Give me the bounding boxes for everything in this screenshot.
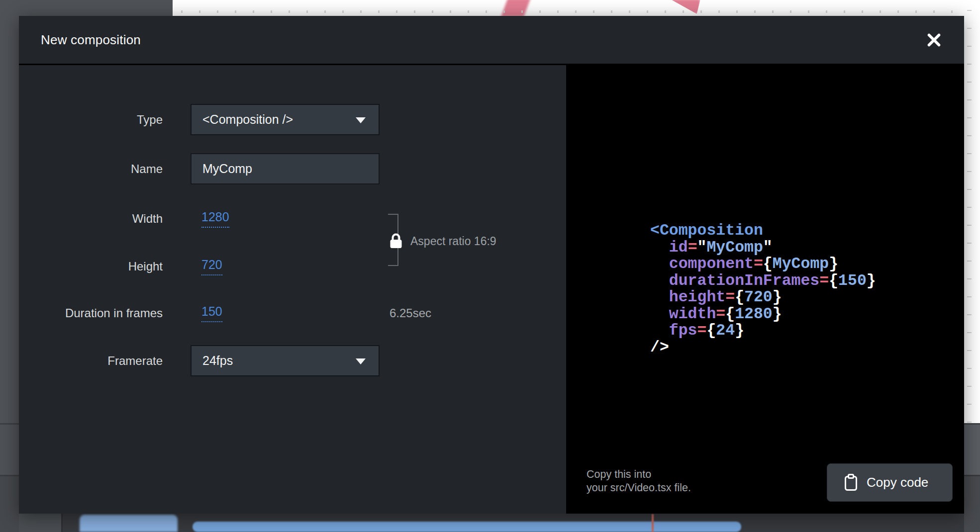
code-preview-panel: <Composition id="MyComp" component={MyCo… <box>566 65 964 514</box>
copy-code-button-label: Copy code <box>867 475 928 490</box>
duration-row: Duration in frames 150 <box>19 298 407 328</box>
width-label: Width <box>19 212 163 226</box>
framerate-select[interactable]: 24fps <box>191 345 380 376</box>
code-line: durationInFrames={150} <box>650 272 876 289</box>
timeline-track-blur <box>193 522 741 532</box>
type-row: Type <Composition /> <box>19 104 407 135</box>
timeline-header-blur <box>19 514 63 532</box>
height-label: Height <box>19 260 163 273</box>
copy-hint-text: Copy this into your src/Video.tsx file. <box>587 468 691 495</box>
dialog-titlebar: New composition <box>19 16 964 65</box>
dialog-title: New composition <box>41 32 141 48</box>
code-line: <Composition <box>650 222 876 239</box>
height-row: Height 720 <box>19 252 407 281</box>
framerate-label: Framerate <box>19 354 163 368</box>
render-button-blur <box>80 515 178 532</box>
aspect-ratio-label: Aspect ratio 16:9 <box>410 235 496 248</box>
name-label: Name <box>19 162 163 176</box>
code-line: component={MyComp} <box>650 256 876 272</box>
close-button[interactable] <box>925 31 942 48</box>
code-line: /> <box>650 339 876 356</box>
new-composition-dialog: New composition Type <Composition /> <box>19 16 964 514</box>
close-icon <box>927 33 941 47</box>
framerate-select-value: 24fps <box>202 354 233 368</box>
clipboard-icon <box>844 474 858 491</box>
copy-code-button[interactable]: Copy code <box>827 463 953 502</box>
duration-value-link[interactable]: 150 <box>201 304 222 322</box>
dialog-body: Type <Composition /> Name Width 1280 <box>19 65 964 514</box>
duration-seconds-label: 6.25sec <box>390 306 431 320</box>
width-row: Width 1280 <box>19 204 407 234</box>
width-value-link[interactable]: 1280 <box>201 210 229 228</box>
duration-label: Duration in frames <box>19 306 163 320</box>
playhead-line-blur <box>652 514 654 532</box>
name-row: Name <box>19 153 407 184</box>
code-line: width={1280} <box>650 306 876 323</box>
code-line: fps={24} <box>650 322 876 339</box>
name-input[interactable] <box>191 153 380 184</box>
composition-form-panel: Type <Composition /> Name Width 1280 <box>19 65 566 514</box>
type-label: Type <box>19 113 163 127</box>
type-select-value: <Composition /> <box>202 112 293 127</box>
code-line: height={720} <box>650 289 876 306</box>
vertical-ruler-ticks <box>967 10 972 423</box>
framerate-row: Framerate 24fps <box>19 345 407 376</box>
code-line: id="MyComp" <box>650 239 876 256</box>
chevron-down-icon <box>356 117 366 123</box>
height-value-link[interactable]: 720 <box>201 258 222 275</box>
right-panel-blur <box>964 423 980 532</box>
lock-icon <box>390 233 402 249</box>
horizontal-ruler-ticks <box>181 10 964 13</box>
chevron-down-icon <box>356 358 366 364</box>
code-block: <Composition id="MyComp" component={MyCo… <box>650 222 876 355</box>
left-toolbar-blur <box>0 0 19 532</box>
type-select[interactable]: <Composition /> <box>191 104 380 135</box>
